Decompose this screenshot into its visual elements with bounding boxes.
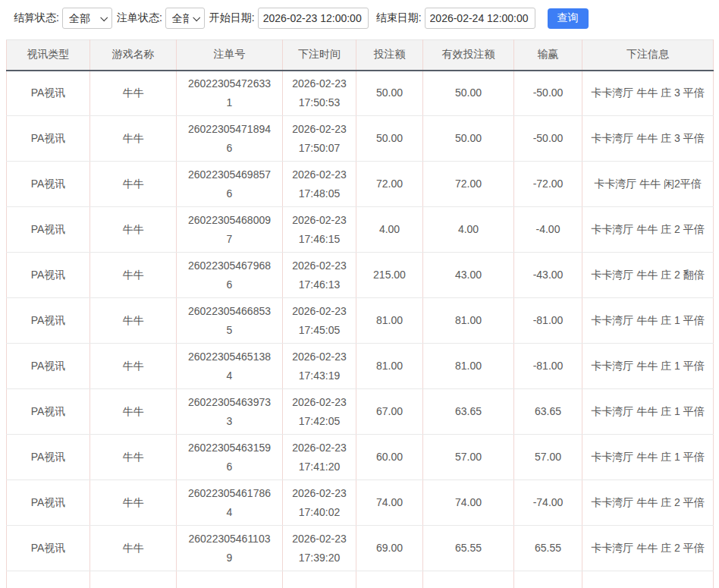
cell-text: 2026-02-23 17:39:20 [287,530,352,568]
cell-text: PA视讯 [10,129,86,148]
cell-text: 81.00 [426,357,510,376]
cell-win-loss: -81.00 [514,344,582,389]
cell-win-loss [514,571,582,588]
cell-text: 卡卡湾厅 牛牛 庄 3 平倍 [586,83,710,102]
cell-text: 260223054639733 [187,393,272,431]
table-body: PA视讯牛牛2602230547263312026-02-23 17:50:53… [7,71,714,588]
cell-bet-amount: 81.00 [356,344,423,389]
cell-bet-amount: 50.00 [356,71,423,116]
cell-text: 2026-02-23 17:45:05 [287,302,352,340]
cell-text: 牛牛 [93,493,173,512]
cell-text: 2026-02-23 17:50:07 [287,120,352,158]
settle-status-select[interactable]: 全部 [62,8,112,29]
bet-status-select[interactable]: 全部 [165,8,205,29]
cell-game-name [90,571,177,588]
cell-game-name: 牛牛 [90,480,177,526]
cell-text: 卡卡湾厅 牛牛 庄 2 平倍 [586,220,710,239]
cell-bet-info: 卡卡湾厅 牛牛 闲2平倍 [582,162,714,207]
cell-text: 50.00 [360,129,419,148]
cell-text: -50.00 [517,83,579,102]
cell-text: 卡卡湾厅 牛牛 庄 1 平倍 [586,357,710,376]
cell-text: 牛牛 [93,402,173,421]
cell-bet-id [177,571,283,588]
cell-text: 2026-02-23 17:41:20 [287,439,352,476]
cell-win-loss: -43.00 [514,253,582,298]
cell-video-type: PA视讯 [7,253,90,298]
cell-game-name: 牛牛 [90,526,177,571]
cell-text: 72.00 [360,175,419,193]
end-date-label: 结束日期: [376,11,422,25]
cell-text: 57.00 [426,448,510,467]
cell-text: -4.00 [517,220,579,239]
cell-bet-id: 260223054718946 [177,116,283,162]
column-header-game-name: 游戏名称 [90,40,177,71]
cell-bet-time: 2026-02-23 17:39:20 [283,526,356,571]
cell-text: 2026-02-23 17:40:02 [287,484,352,522]
cell-bet-id: 260223054617864 [177,480,283,526]
end-date-input[interactable] [425,8,535,29]
query-button[interactable]: 查询 [548,8,589,29]
cell-video-type: PA视讯 [7,116,90,162]
cell-game-name: 牛牛 [90,389,177,435]
table-row: PA视讯牛牛2602230546513842026-02-23 17:43:19… [7,344,714,389]
table-header: 视讯类型游戏名称注单号下注时间投注额有效投注额输赢下注信息 [7,40,714,71]
start-date-input[interactable] [258,8,369,29]
cell-video-type: PA视讯 [7,344,90,389]
table-row: PA视讯牛牛2602230546315962026-02-23 17:41:20… [7,435,714,480]
cell-text: -43.00 [517,266,579,285]
cell-text: 牛牛 [93,311,173,330]
cell-text: 63.65 [426,402,510,421]
cell-text: 牛牛 [93,266,173,285]
cell-bet-id: 260223054639733 [177,389,283,435]
cell-text: 牛牛 [93,83,173,102]
records-table: 视讯类型游戏名称注单号下注时间投注额有效投注额输赢下注信息 PA视讯牛牛2602… [6,39,714,588]
table-row-partial [7,571,714,588]
cell-text: 2026-02-23 17:46:13 [287,256,352,294]
cell-text: 81.00 [426,311,510,330]
cell-text: -74.00 [517,493,579,512]
cell-text: 卡卡湾厅 牛牛 闲2平倍 [586,175,710,193]
cell-bet-time: 2026-02-23 17:45:05 [283,298,356,344]
cell-bet-id: 260223054651384 [177,344,283,389]
cell-text: 260223054611039 [187,530,272,568]
cell-text: 260223054651384 [187,347,272,385]
cell-bet-info [582,571,714,588]
cell-valid-bet-amount: 63.65 [423,389,514,435]
column-header-bet-time: 下注时间 [283,40,356,71]
cell-video-type: PA视讯 [7,389,90,435]
cell-game-name: 牛牛 [90,435,177,480]
cell-text: 60.00 [360,448,419,467]
cell-text: 74.00 [360,493,419,512]
cell-bet-info: 卡卡湾厅 牛牛 庄 2 翻倍 [582,253,714,298]
cell-bet-amount: 4.00 [356,207,423,253]
cell-text: 4.00 [426,220,510,239]
cell-game-name: 牛牛 [90,207,177,253]
table-row: PA视讯牛牛2602230546800972026-02-23 17:46:15… [7,207,714,253]
cell-text: PA视讯 [10,493,86,512]
column-header-bet-id: 注单号 [177,40,283,71]
cell-win-loss: 57.00 [514,435,582,480]
table-row: PA视讯牛牛2602230546985762026-02-23 17:48:05… [7,162,714,207]
cell-text: 卡卡湾厅 牛牛 庄 1 平倍 [586,448,710,467]
cell-bet-time: 2026-02-23 17:48:05 [283,162,356,207]
cell-video-type: PA视讯 [7,162,90,207]
cell-game-name: 牛牛 [90,71,177,116]
cell-video-type: PA视讯 [7,480,90,526]
cell-game-name: 牛牛 [90,298,177,344]
cell-win-loss: 63.65 [514,389,582,435]
cell-win-loss: -50.00 [514,116,582,162]
cell-text: 牛牛 [93,129,173,148]
table-row: PA视讯牛牛2602230546796862026-02-23 17:46:13… [7,253,714,298]
cell-win-loss: -74.00 [514,480,582,526]
cell-valid-bet-amount [423,571,514,588]
cell-text: 260223054718946 [187,120,272,158]
cell-text: 牛牛 [93,448,173,467]
column-header-bet-info: 下注信息 [582,40,714,71]
cell-bet-info: 卡卡湾厅 牛牛 庄 1 平倍 [582,435,714,480]
cell-bet-amount: 69.00 [356,526,423,571]
cell-text: 牛牛 [93,539,173,558]
cell-text: PA视讯 [10,539,86,558]
cell-text: 牛牛 [93,357,173,376]
cell-text: 2026-02-23 17:46:15 [287,211,352,249]
cell-text: 卡卡湾厅 牛牛 庄 2 平倍 [586,493,710,512]
